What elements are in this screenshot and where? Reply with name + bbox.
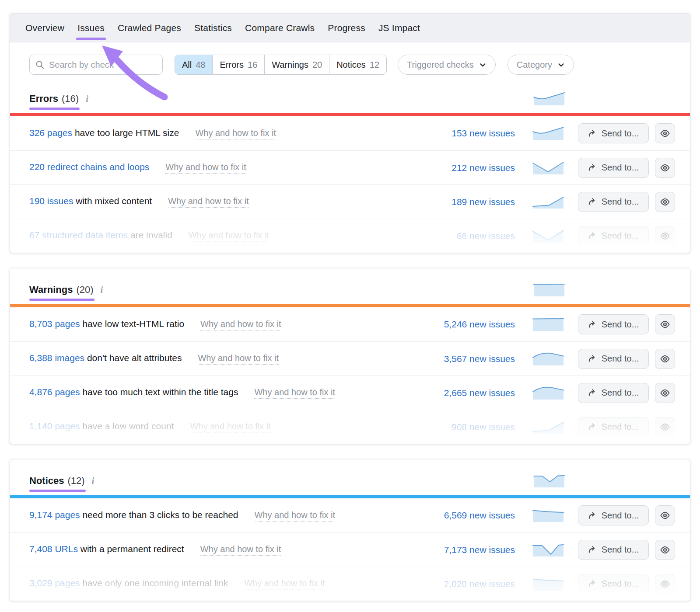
eye-visibility-button[interactable] [655, 314, 675, 334]
why-how-to-fix-link[interactable]: Why and how to fix it [195, 128, 276, 139]
issue-row: 326 pages have too large HTML sizeWhy an… [10, 116, 690, 150]
segment-all[interactable]: All48 [175, 55, 212, 74]
send-to-button[interactable]: Send to... [578, 383, 649, 403]
nav-tab-statistics[interactable]: Statistics [188, 14, 238, 42]
issue-count-link[interactable]: 67 structured data items [29, 230, 128, 240]
new-issues-link[interactable]: 5,246 new issues [436, 319, 515, 330]
why-how-to-fix-link[interactable]: Why and how to fix it [198, 353, 279, 365]
issue-row: 9,174 pages need more than 3 clicks to b… [10, 498, 690, 532]
issue-rest-text: have too large HTML size [72, 128, 179, 138]
eye-visibility-button[interactable] [655, 383, 675, 403]
new-issues-link[interactable]: 7,173 new issues [436, 545, 515, 555]
why-how-to-fix-link[interactable]: Why and how to fix it [200, 319, 281, 330]
section-trend-sparkline [532, 473, 566, 488]
section-trend-sparkline [532, 91, 566, 106]
eye-visibility-button[interactable] [655, 158, 675, 178]
new-issues-link[interactable]: 6,569 new issues [436, 510, 515, 521]
issue-description: 220 redirect chains and loopsWhy and how… [29, 162, 436, 174]
nav-tab-progress[interactable]: Progress [321, 14, 372, 42]
trend-sparkline [532, 317, 565, 332]
send-arrow-icon [588, 511, 597, 520]
new-issues-link[interactable]: 153 new issues [436, 128, 515, 139]
info-icon[interactable]: i [86, 94, 88, 104]
notices-panel: Notices(12) i 9,174 pages need more than… [10, 459, 690, 601]
category-dropdown[interactable]: Category [508, 55, 574, 75]
send-to-button[interactable]: Send to... [578, 417, 649, 437]
why-how-to-fix-link[interactable]: Why and how to fix it [165, 162, 246, 174]
issue-rest-text: have too much text within the title tags [80, 387, 238, 397]
search-input[interactable] [49, 60, 157, 70]
send-to-button[interactable]: Send to... [578, 574, 649, 594]
send-to-button[interactable]: Send to... [578, 192, 649, 212]
new-issues-link[interactable]: 3,567 new issues [436, 354, 515, 364]
why-how-to-fix-link[interactable]: Why and how to fix it [200, 544, 281, 556]
send-to-button[interactable]: Send to... [578, 226, 649, 246]
send-to-button[interactable]: Send to... [578, 349, 649, 369]
new-issues-link[interactable]: 66 new issues [436, 231, 515, 241]
severity-segmented-control: All48Errors16Warnings20Notices12 [175, 55, 387, 75]
issue-rest-text: are invalid [128, 230, 172, 240]
triggered-checks-label: Triggered checks [407, 60, 474, 70]
section-trend-sparkline [532, 282, 566, 297]
eye-visibility-button[interactable] [655, 226, 675, 246]
send-to-button[interactable]: Send to... [578, 158, 649, 178]
issue-count-link[interactable]: 326 pages [29, 128, 72, 138]
issue-count-link[interactable]: 4,876 pages [29, 387, 80, 397]
segment-notices[interactable]: Notices12 [329, 55, 386, 74]
nav-tab-js-impact[interactable]: JS Impact [372, 14, 427, 42]
issue-description: 7,408 URLs with a permanent redirectWhy … [29, 544, 436, 556]
warnings-rows: 8,703 pages have low text-HTML ratioWhy … [10, 307, 690, 444]
new-issues-link[interactable]: 2,665 new issues [436, 388, 515, 398]
issue-count-link[interactable]: 3,029 pages [29, 578, 80, 588]
send-arrow-icon [588, 163, 597, 172]
trend-sparkline [532, 420, 565, 435]
warnings-section-header: Warnings(20) i [29, 282, 675, 298]
send-to-button[interactable]: Send to... [578, 123, 649, 143]
eye-visibility-button[interactable] [655, 192, 675, 212]
eye-visibility-button[interactable] [655, 505, 675, 525]
issue-count-link[interactable]: 7,408 URLs [29, 544, 78, 554]
trend-sparkline [532, 351, 565, 366]
triggered-checks-dropdown[interactable]: Triggered checks [398, 55, 496, 75]
issue-count-link[interactable]: 190 issues [29, 196, 73, 206]
eye-visibility-button[interactable] [655, 349, 675, 369]
send-to-label: Send to... [602, 231, 639, 241]
nav-tab-issues[interactable]: Issues [71, 14, 111, 42]
why-how-to-fix-link[interactable]: Why and how to fix it [254, 387, 335, 399]
eye-visibility-button[interactable] [655, 540, 675, 560]
issue-count-link[interactable]: 220 redirect chains and loops [29, 162, 149, 172]
segment-errors[interactable]: Errors16 [212, 55, 264, 74]
send-to-button[interactable]: Send to... [578, 505, 649, 525]
info-icon[interactable]: i [101, 285, 103, 296]
section-title: Notices [29, 475, 64, 486]
why-how-to-fix-link[interactable]: Why and how to fix it [244, 578, 325, 590]
chevron-down-icon [479, 61, 486, 69]
issue-count-link[interactable]: 9,174 pages [29, 510, 80, 520]
eye-visibility-button[interactable] [655, 574, 675, 594]
why-how-to-fix-link[interactable]: Why and how to fix it [168, 196, 249, 208]
issue-count-link[interactable]: 8,703 pages [29, 319, 80, 329]
new-issues-link[interactable]: 189 new issues [436, 197, 515, 207]
trend-sparkline [532, 126, 565, 141]
why-how-to-fix-link[interactable]: Why and how to fix it [189, 230, 270, 242]
nav-tab-overview[interactable]: Overview [19, 14, 71, 42]
search-by-check-box[interactable] [29, 55, 163, 75]
send-to-button[interactable]: Send to... [578, 314, 649, 334]
why-how-to-fix-link[interactable]: Why and how to fix it [255, 510, 336, 522]
nav-tab-compare-crawls[interactable]: Compare Crawls [238, 14, 321, 42]
segment-warnings[interactable]: Warnings20 [264, 55, 329, 74]
new-issues-link[interactable]: 908 new issues [436, 422, 515, 432]
eye-visibility-button[interactable] [655, 417, 675, 437]
issue-count-link[interactable]: 1,140 pages [29, 421, 80, 431]
info-icon[interactable]: i [92, 476, 94, 487]
eye-icon [660, 319, 670, 330]
new-issues-link[interactable]: 2,020 new issues [436, 579, 515, 589]
issue-description: 190 issues with mixed contentWhy and how… [29, 196, 436, 208]
eye-icon [660, 197, 670, 207]
send-to-button[interactable]: Send to... [578, 540, 649, 560]
new-issues-link[interactable]: 212 new issues [436, 163, 515, 173]
nav-tab-crawled-pages[interactable]: Crawled Pages [111, 14, 188, 42]
issue-count-link[interactable]: 6,388 images [29, 353, 84, 363]
eye-visibility-button[interactable] [655, 123, 675, 143]
why-how-to-fix-link[interactable]: Why and how to fix it [190, 421, 271, 433]
